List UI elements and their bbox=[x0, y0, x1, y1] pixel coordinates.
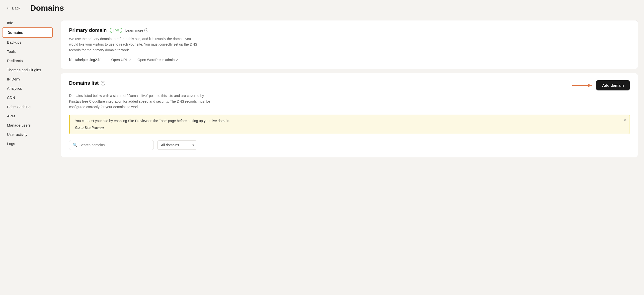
back-label: Back bbox=[12, 6, 20, 10]
add-domain-wrap: Add domain bbox=[572, 80, 630, 90]
notice-link[interactable]: Go to Site Preview bbox=[75, 126, 104, 130]
back-arrow-icon: ← bbox=[6, 6, 10, 11]
header: ← Back Domains bbox=[0, 0, 644, 16]
sidebar-item-redirects[interactable]: Redirects bbox=[2, 56, 53, 65]
sidebar-item-backups[interactable]: Backups bbox=[2, 38, 53, 47]
sidebar-item-apm[interactable]: APM bbox=[2, 111, 53, 120]
sidebar-item-analytics[interactable]: Analytics bbox=[2, 84, 53, 93]
page-title: Domains bbox=[30, 4, 64, 13]
sidebar-item-user-activity[interactable]: User activity bbox=[2, 130, 53, 139]
filter-select-wrap: All domains Domain live Not configured ▾ bbox=[157, 140, 197, 150]
sidebar-item-themes-plugins[interactable]: Themes and Plugins bbox=[2, 65, 53, 74]
open-wp-admin-label: Open WordPress admin bbox=[138, 58, 175, 62]
notice-box: You can test your site by enabling Site … bbox=[69, 114, 630, 134]
notice-close-button[interactable]: × bbox=[623, 118, 626, 122]
arrow-right-icon bbox=[572, 82, 592, 88]
help-circle-icon: ? bbox=[144, 28, 148, 32]
search-icon: 🔍 bbox=[73, 143, 78, 147]
domains-list-help-icon[interactable]: ? bbox=[101, 81, 105, 86]
sidebar-item-ip-deny[interactable]: IP Deny bbox=[2, 74, 53, 84]
domains-list-title: Domains list bbox=[69, 80, 99, 86]
search-box: 🔍 bbox=[69, 140, 154, 150]
sidebar: Info Domains Backups Tools Redirects The… bbox=[0, 16, 55, 295]
domains-list-card: Domains list ? Add domain Domains listed… bbox=[61, 73, 638, 157]
external-link-icon: ↗ bbox=[129, 58, 132, 62]
domain-row: kinstahelptesting2.kin... Open URL ↗ Ope… bbox=[69, 58, 630, 62]
sidebar-item-logs[interactable]: Logs bbox=[2, 139, 53, 148]
sidebar-item-info[interactable]: Info bbox=[2, 18, 53, 28]
main-layout: Info Domains Backups Tools Redirects The… bbox=[0, 16, 644, 295]
learn-more-link[interactable]: Learn more ? bbox=[125, 28, 148, 32]
sidebar-item-cdn[interactable]: CDN bbox=[2, 93, 53, 102]
svg-marker-1 bbox=[588, 84, 592, 87]
primary-domain-header: Primary domain LIVE Learn more ? bbox=[69, 28, 630, 33]
sidebar-item-domains[interactable]: Domains bbox=[2, 28, 53, 38]
open-url-label: Open URL bbox=[112, 58, 128, 62]
domains-list-header: Domains list ? Add domain bbox=[69, 80, 630, 90]
back-button[interactable]: ← Back bbox=[6, 6, 20, 11]
search-filter-row: 🔍 All domains Domain live Not configured… bbox=[69, 140, 630, 150]
add-domain-button[interactable]: Add domain bbox=[596, 80, 630, 90]
learn-more-label: Learn more bbox=[125, 28, 143, 32]
domain-name: kinstahelptesting2.kin... bbox=[69, 58, 106, 62]
external-link-icon-2: ↗ bbox=[176, 58, 178, 62]
sidebar-item-manage-users[interactable]: Manage users bbox=[2, 120, 53, 130]
notice-text: You can test your site by enabling Site … bbox=[75, 119, 624, 123]
main-content: Primary domain LIVE Learn more ? We use … bbox=[55, 16, 644, 295]
primary-domain-description: We use the primary domain to refer to th… bbox=[69, 36, 199, 53]
domains-list-description: Domains listed below with a status of "D… bbox=[69, 93, 214, 110]
open-url-link[interactable]: Open URL ↗ bbox=[112, 58, 132, 62]
sidebar-item-tools[interactable]: Tools bbox=[2, 47, 53, 56]
sidebar-item-edge-caching[interactable]: Edge Caching bbox=[2, 102, 53, 111]
live-badge: LIVE bbox=[110, 28, 122, 33]
primary-domain-title: Primary domain bbox=[69, 28, 107, 33]
filter-select[interactable]: All domains Domain live Not configured bbox=[157, 140, 197, 150]
primary-domain-card: Primary domain LIVE Learn more ? We use … bbox=[61, 20, 638, 69]
search-input[interactable] bbox=[80, 143, 150, 147]
open-wp-admin-link[interactable]: Open WordPress admin ↗ bbox=[138, 58, 178, 62]
domains-list-title-wrap: Domains list ? bbox=[69, 80, 105, 86]
